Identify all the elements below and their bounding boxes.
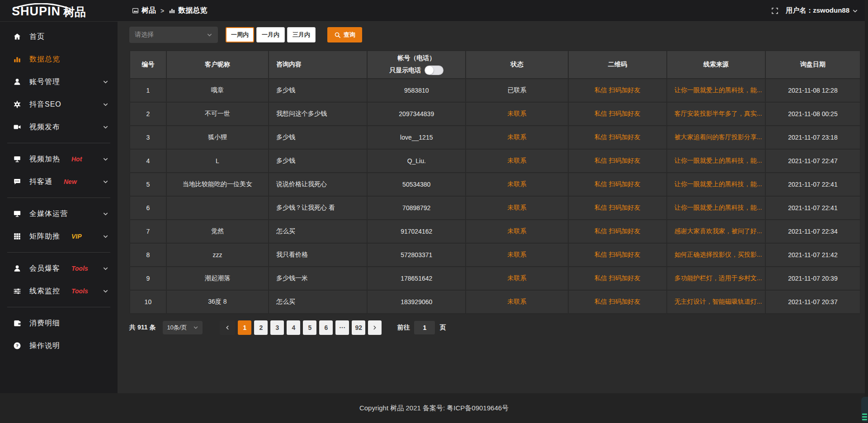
app-window-icon	[132, 7, 139, 14]
svg-text:?: ?	[16, 343, 19, 348]
page-button-3[interactable]: 3	[270, 320, 284, 335]
cell-nickname: 潮起潮落	[166, 267, 269, 290]
cell-qrcode-link[interactable]: 私信 扫码加好友	[568, 102, 667, 126]
cell-qrcode-link[interactable]: 私信 扫码加好友	[568, 79, 667, 102]
page-ellipsis-button[interactable]: ···	[335, 320, 349, 335]
table-row: 5当地比较能吃的一位美女说说价格让我死心50534380未联系私信 扫码加好友让…	[130, 173, 860, 196]
cell-qrcode-link[interactable]: 私信 扫码加好友	[568, 149, 667, 173]
prev-page-button[interactable]	[220, 320, 235, 335]
cell-qrcode-link[interactable]: 私信 扫码加好友	[568, 290, 667, 314]
chevron-down-icon	[103, 211, 108, 217]
toggle-knob	[425, 66, 434, 75]
page-button-92[interactable]: 92	[352, 320, 365, 335]
cell-qrcode-link[interactable]: 私信 扫码加好友	[568, 267, 667, 290]
floating-widget[interactable]	[861, 397, 868, 422]
cell-source-link[interactable]: 客厅安装投影半年多了，真实...	[667, 102, 765, 126]
goto-page: 前往 页	[397, 321, 446, 334]
filter-select[interactable]: 请选择	[129, 27, 218, 43]
video-camera-icon	[13, 123, 22, 131]
sidebar-item-video-heating[interactable]: 视频加热Hot	[0, 148, 118, 170]
cell-source-link[interactable]: 让你一眼就爱上的黑科技，能...	[667, 196, 765, 220]
sidebar-item-douyin-seo[interactable]: 抖音SEO	[0, 93, 118, 116]
cell-source-link[interactable]: 让你一眼就爱上的黑科技，能...	[667, 173, 765, 196]
cell-qrcode-link[interactable]: 私信 扫码加好友	[568, 243, 667, 267]
breadcrumb-separator: >	[160, 7, 164, 14]
sidebar-item-operation-guide[interactable]: ?操作说明	[0, 334, 118, 357]
sidebar-item-label: 视频发布	[29, 122, 60, 132]
sidebar-item-video-publish[interactable]: 视频发布	[0, 116, 118, 138]
cell-source-link[interactable]: 无主灯设计，智能磁吸轨道灯...	[667, 290, 765, 314]
breadcrumb-current[interactable]: 数据总览	[169, 6, 207, 15]
chat-icon	[13, 178, 22, 186]
page-nav: 123456···92	[220, 320, 382, 335]
cell-status: 未联系	[466, 173, 568, 196]
cell-source-link[interactable]: 如何正确选择投影仪，买投影...	[667, 243, 765, 267]
widget-bar	[862, 419, 867, 420]
page-button-4[interactable]: 4	[287, 320, 300, 335]
cell-id: 6	[130, 196, 166, 220]
sidebar-item-home[interactable]: 首页	[0, 25, 118, 48]
sidebar-item-matrix-boost[interactable]: 矩阵助推VIP	[0, 225, 118, 248]
table-row: 6多少钱？让我死心 看70898792未联系私信 扫码加好友让你一眼就爱上的黑科…	[130, 196, 860, 220]
cell-qrcode-link[interactable]: 私信 扫码加好友	[568, 196, 667, 220]
person-icon	[13, 264, 22, 273]
main-content: 抖音seo数据全媒体运营数据询盘数据 请选择 一周内一月内三月内 查询	[118, 0, 868, 335]
scrollbar-track[interactable]	[865, 0, 868, 423]
cell-content: 多少钱？让我死心 看	[269, 196, 367, 220]
sidebar-item-label: 线索监控	[29, 287, 60, 296]
cell-account: 70898792	[367, 196, 466, 220]
cell-account: 183929060	[367, 290, 466, 314]
next-page-button[interactable]	[368, 320, 382, 335]
table-header-row: 编号 客户昵称 咨询内容 帐号（电话） 只显示电话 状态 二维码 线索来源	[130, 51, 860, 79]
cell-source-link[interactable]: 被大家追着问的客厅投影分享...	[667, 126, 765, 149]
sidebar-item-clue-monitor[interactable]: 线索监控Tools	[0, 280, 118, 302]
logo-arc	[13, 2, 70, 10]
cell-qrcode-link[interactable]: 私信 扫码加好友	[568, 220, 667, 243]
cell-source-link[interactable]: 让你一眼就爱上的黑科技，能...	[667, 79, 765, 102]
cell-source-link[interactable]: 多功能护栏灯，适用于乡村文...	[667, 267, 765, 290]
period-button-week[interactable]: 一周内	[226, 27, 254, 42]
fullscreen-icon[interactable]	[771, 7, 778, 14]
sidebar-item-badge: VIP	[71, 233, 82, 240]
cell-qrcode-link[interactable]: 私信 扫码加好友	[568, 126, 667, 149]
cell-qrcode-link[interactable]: 私信 扫码加好友	[568, 173, 667, 196]
chevron-down-icon	[103, 124, 108, 130]
col-nickname: 客户昵称	[166, 51, 269, 79]
user-menu[interactable]: 用户名：zswodun88	[786, 6, 858, 15]
cell-account: 9583810	[367, 79, 466, 102]
topbar: SHUPIN 树品 树品 > 数据总览 用户名：zswo	[0, 0, 868, 22]
cell-content: 我只看价格	[269, 243, 367, 267]
breadcrumb-home[interactable]: 树品	[132, 6, 156, 15]
cell-source-link[interactable]: 感谢大家喜欢我家，被问了好...	[667, 220, 765, 243]
page-button-5[interactable]: 5	[303, 320, 316, 335]
phone-only-label: 只显示电话	[389, 66, 421, 75]
chevron-down-icon	[852, 8, 858, 14]
sidebar-item-label: 会员爆客	[29, 264, 60, 273]
sidebar-item-data-overview[interactable]: 数据总览	[0, 48, 118, 70]
chevron-down-icon	[103, 79, 108, 85]
sidebar-item-consumption-detail[interactable]: 消费明细	[0, 312, 118, 334]
period-button-month[interactable]: 一月内	[256, 27, 285, 42]
table-row: 1036度 8怎么买183929060未联系私信 扫码加好友无主灯设计，智能磁吸…	[130, 290, 860, 314]
cell-source-link[interactable]: 让你一眼就爱上的黑科技，能...	[667, 149, 765, 173]
query-button[interactable]: 查询	[327, 27, 362, 42]
page-button-2[interactable]: 2	[254, 320, 268, 335]
sidebar-item-account-management[interactable]: 账号管理	[0, 70, 118, 93]
sidebar-item-douketong[interactable]: 抖客通New	[0, 170, 118, 193]
cell-account: Q_Liu.	[367, 149, 466, 173]
table-row: 3狐小狸多少钱love__1215未联系私信 扫码加好友被大家追着问的客厅投影分…	[130, 126, 860, 149]
sidebar-item-label: 全媒体运营	[29, 209, 68, 219]
page-button-6[interactable]: 6	[319, 320, 333, 335]
phone-only-toggle[interactable]	[425, 66, 443, 75]
widget-bar	[862, 414, 867, 415]
sidebar-item-label: 首页	[29, 32, 45, 42]
sidebar-item-media-operation[interactable]: 全媒体运营	[0, 202, 118, 225]
goto-page-input[interactable]	[414, 321, 435, 334]
sidebar-item-member-baoke[interactable]: 会员爆客Tools	[0, 257, 118, 280]
page-size-select[interactable]: 10条/页	[163, 321, 203, 334]
cell-date: 2021-11-07 20:39	[765, 267, 860, 290]
page-button-1[interactable]: 1	[238, 320, 251, 335]
period-button-quarter[interactable]: 三月内	[287, 27, 316, 42]
sidebar-item-badge: New	[64, 178, 77, 185]
cell-id: 9	[130, 267, 166, 290]
